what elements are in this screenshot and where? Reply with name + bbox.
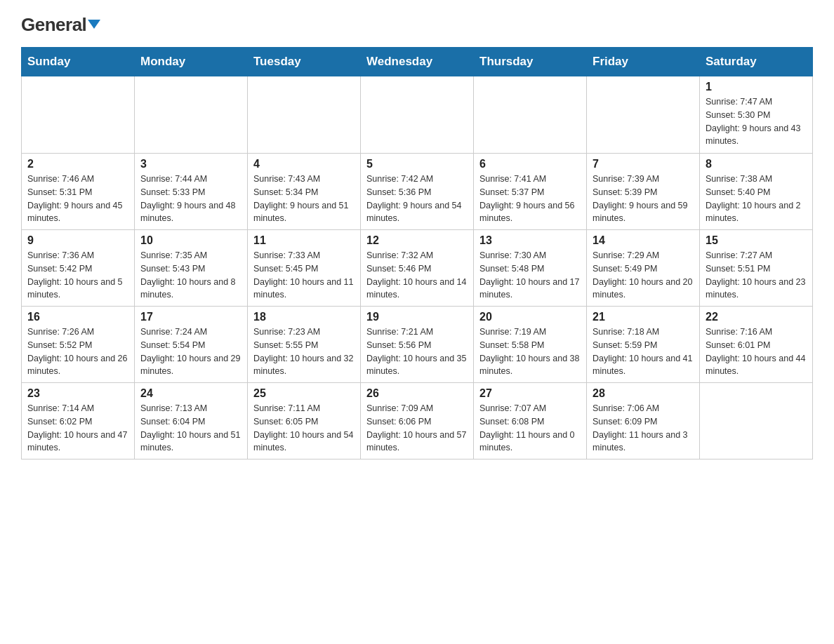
- calendar-cell: 5Sunrise: 7:42 AM Sunset: 5:36 PM Daylig…: [361, 154, 474, 230]
- calendar-cell: 3Sunrise: 7:44 AM Sunset: 5:33 PM Daylig…: [135, 154, 248, 230]
- calendar-week-2: 2Sunrise: 7:46 AM Sunset: 5:31 PM Daylig…: [22, 154, 813, 230]
- day-info: Sunrise: 7:26 AM Sunset: 5:52 PM Dayligh…: [27, 326, 128, 378]
- day-info: Sunrise: 7:42 AM Sunset: 5:36 PM Dayligh…: [366, 173, 468, 225]
- calendar-week-3: 9Sunrise: 7:36 AM Sunset: 5:42 PM Daylig…: [22, 230, 813, 307]
- day-info: Sunrise: 7:13 AM Sunset: 6:04 PM Dayligh…: [140, 402, 241, 455]
- day-number: 28: [593, 387, 694, 400]
- day-number: 4: [253, 158, 355, 170]
- calendar-cell: 8Sunrise: 7:38 AM Sunset: 5:40 PM Daylig…: [700, 154, 813, 230]
- day-number: 21: [593, 311, 694, 323]
- weekday-header-saturday: Saturday: [700, 48, 813, 76]
- calendar-cell: 24Sunrise: 7:13 AM Sunset: 6:04 PM Dayli…: [135, 383, 248, 459]
- calendar-cell: [587, 76, 700, 154]
- day-info: Sunrise: 7:09 AM Sunset: 6:06 PM Dayligh…: [366, 402, 468, 455]
- day-info: Sunrise: 7:39 AM Sunset: 5:39 PM Dayligh…: [593, 173, 694, 225]
- calendar-cell: 7Sunrise: 7:39 AM Sunset: 5:39 PM Daylig…: [587, 154, 700, 230]
- day-number: 24: [140, 387, 241, 400]
- day-info: Sunrise: 7:35 AM Sunset: 5:43 PM Dayligh…: [140, 249, 241, 302]
- calendar-table: SundayMondayTuesdayWednesdayThursdayFrid…: [21, 47, 813, 459]
- day-info: Sunrise: 7:33 AM Sunset: 5:45 PM Dayligh…: [253, 249, 355, 302]
- day-number: 3: [140, 158, 241, 170]
- calendar-cell: 6Sunrise: 7:41 AM Sunset: 5:37 PM Daylig…: [474, 154, 587, 230]
- calendar-cell: 9Sunrise: 7:36 AM Sunset: 5:42 PM Daylig…: [22, 230, 135, 307]
- day-info: Sunrise: 7:38 AM Sunset: 5:40 PM Dayligh…: [706, 173, 807, 225]
- day-info: Sunrise: 7:47 AM Sunset: 5:30 PM Dayligh…: [706, 95, 807, 148]
- day-number: 12: [366, 234, 468, 247]
- calendar-cell: 28Sunrise: 7:06 AM Sunset: 6:09 PM Dayli…: [587, 383, 700, 459]
- calendar-cell: [22, 76, 135, 154]
- day-number: 11: [253, 234, 355, 247]
- day-number: 25: [253, 387, 355, 400]
- day-info: Sunrise: 7:14 AM Sunset: 6:02 PM Dayligh…: [27, 402, 128, 455]
- weekday-header-sunday: Sunday: [22, 48, 135, 76]
- calendar-cell: 21Sunrise: 7:18 AM Sunset: 5:59 PM Dayli…: [587, 307, 700, 383]
- logo: General: [21, 14, 100, 33]
- day-number: 27: [479, 387, 581, 400]
- calendar-cell: 27Sunrise: 7:07 AM Sunset: 6:08 PM Dayli…: [474, 383, 587, 459]
- day-info: Sunrise: 7:11 AM Sunset: 6:05 PM Dayligh…: [253, 402, 355, 455]
- day-info: Sunrise: 7:24 AM Sunset: 5:54 PM Dayligh…: [140, 326, 241, 378]
- calendar-cell: 23Sunrise: 7:14 AM Sunset: 6:02 PM Dayli…: [22, 383, 135, 459]
- calendar-cell: 15Sunrise: 7:27 AM Sunset: 5:51 PM Dayli…: [700, 230, 813, 307]
- calendar-week-1: 1Sunrise: 7:47 AM Sunset: 5:30 PM Daylig…: [22, 76, 813, 154]
- day-info: Sunrise: 7:06 AM Sunset: 6:09 PM Dayligh…: [593, 402, 694, 455]
- calendar-cell: [700, 383, 813, 459]
- calendar-cell: [248, 76, 361, 154]
- calendar-cell: 22Sunrise: 7:16 AM Sunset: 6:01 PM Dayli…: [700, 307, 813, 383]
- logo-general-text: General: [21, 14, 100, 36]
- day-number: 16: [27, 311, 128, 323]
- page-header: General: [21, 14, 813, 33]
- day-info: Sunrise: 7:43 AM Sunset: 5:34 PM Dayligh…: [253, 173, 355, 225]
- day-number: 10: [140, 234, 241, 247]
- day-number: 1: [706, 81, 807, 93]
- calendar-cell: 10Sunrise: 7:35 AM Sunset: 5:43 PM Dayli…: [135, 230, 248, 307]
- calendar-cell: 2Sunrise: 7:46 AM Sunset: 5:31 PM Daylig…: [22, 154, 135, 230]
- calendar-cell: [474, 76, 587, 154]
- day-number: 17: [140, 311, 241, 323]
- day-number: 5: [366, 158, 468, 170]
- day-number: 14: [593, 234, 694, 247]
- day-number: 9: [27, 234, 128, 247]
- day-number: 6: [479, 158, 581, 170]
- day-info: Sunrise: 7:32 AM Sunset: 5:46 PM Dayligh…: [366, 249, 468, 302]
- day-number: 8: [706, 158, 807, 170]
- day-info: Sunrise: 7:44 AM Sunset: 5:33 PM Dayligh…: [140, 173, 241, 225]
- calendar-cell: 13Sunrise: 7:30 AM Sunset: 5:48 PM Dayli…: [474, 230, 587, 307]
- calendar-cell: 25Sunrise: 7:11 AM Sunset: 6:05 PM Dayli…: [248, 383, 361, 459]
- calendar-cell: 1Sunrise: 7:47 AM Sunset: 5:30 PM Daylig…: [700, 76, 813, 154]
- calendar-cell: 26Sunrise: 7:09 AM Sunset: 6:06 PM Dayli…: [361, 383, 474, 459]
- day-number: 26: [366, 387, 468, 400]
- calendar-cell: 19Sunrise: 7:21 AM Sunset: 5:56 PM Dayli…: [361, 307, 474, 383]
- day-info: Sunrise: 7:16 AM Sunset: 6:01 PM Dayligh…: [706, 326, 807, 378]
- day-number: 20: [479, 311, 581, 323]
- day-info: Sunrise: 7:19 AM Sunset: 5:58 PM Dayligh…: [479, 326, 581, 378]
- day-number: 23: [27, 387, 128, 400]
- calendar-week-4: 16Sunrise: 7:26 AM Sunset: 5:52 PM Dayli…: [22, 307, 813, 383]
- calendar-cell: 12Sunrise: 7:32 AM Sunset: 5:46 PM Dayli…: [361, 230, 474, 307]
- day-info: Sunrise: 7:36 AM Sunset: 5:42 PM Dayligh…: [27, 249, 128, 302]
- day-number: 2: [27, 158, 128, 170]
- calendar-cell: 4Sunrise: 7:43 AM Sunset: 5:34 PM Daylig…: [248, 154, 361, 230]
- calendar-cell: [361, 76, 474, 154]
- calendar-cell: 11Sunrise: 7:33 AM Sunset: 5:45 PM Dayli…: [248, 230, 361, 307]
- day-number: 13: [479, 234, 581, 247]
- weekday-header-row: SundayMondayTuesdayWednesdayThursdayFrid…: [22, 48, 813, 76]
- calendar-cell: 16Sunrise: 7:26 AM Sunset: 5:52 PM Dayli…: [22, 307, 135, 383]
- calendar-cell: 14Sunrise: 7:29 AM Sunset: 5:49 PM Dayli…: [587, 230, 700, 307]
- logo-triangle-icon: [88, 20, 100, 29]
- day-info: Sunrise: 7:29 AM Sunset: 5:49 PM Dayligh…: [593, 249, 694, 302]
- day-number: 15: [706, 234, 807, 247]
- day-info: Sunrise: 7:18 AM Sunset: 5:59 PM Dayligh…: [593, 326, 694, 378]
- day-info: Sunrise: 7:30 AM Sunset: 5:48 PM Dayligh…: [479, 249, 581, 302]
- calendar-cell: 18Sunrise: 7:23 AM Sunset: 5:55 PM Dayli…: [248, 307, 361, 383]
- day-number: 7: [593, 158, 694, 170]
- calendar-week-5: 23Sunrise: 7:14 AM Sunset: 6:02 PM Dayli…: [22, 383, 813, 459]
- calendar-cell: 20Sunrise: 7:19 AM Sunset: 5:58 PM Dayli…: [474, 307, 587, 383]
- day-info: Sunrise: 7:23 AM Sunset: 5:55 PM Dayligh…: [253, 326, 355, 378]
- day-info: Sunrise: 7:21 AM Sunset: 5:56 PM Dayligh…: [366, 326, 468, 378]
- day-number: 18: [253, 311, 355, 323]
- weekday-header-tuesday: Tuesday: [248, 48, 361, 76]
- day-info: Sunrise: 7:46 AM Sunset: 5:31 PM Dayligh…: [27, 173, 128, 225]
- weekday-header-wednesday: Wednesday: [361, 48, 474, 76]
- weekday-header-thursday: Thursday: [474, 48, 587, 76]
